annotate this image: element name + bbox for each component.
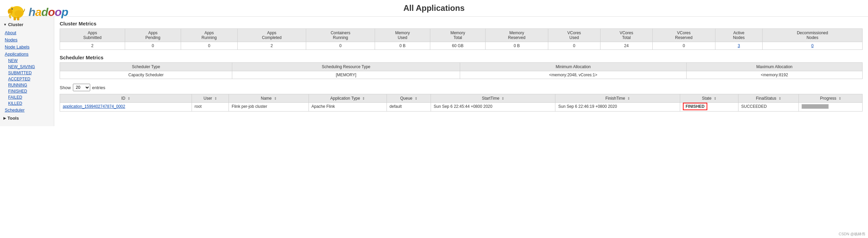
val-active-nodes: 3 bbox=[715, 42, 763, 50]
val-maximum-allocation: <memory:8192 bbox=[686, 71, 862, 79]
col-application-type[interactable]: Application Type ⇕ bbox=[309, 94, 387, 103]
col-active-nodes: ActiveNodes bbox=[715, 29, 763, 42]
sidebar-item-applications[interactable]: Applications bbox=[0, 51, 54, 58]
cell-id: application_1599402747874_0002 bbox=[60, 103, 192, 112]
col-finish-time[interactable]: FinishTime ⇕ bbox=[555, 94, 680, 103]
col-memory-total: MemoryTotal bbox=[430, 29, 486, 42]
progress-bar-container bbox=[802, 104, 829, 109]
sidebar-item-failed[interactable]: FAILED bbox=[0, 94, 54, 100]
finish-time-sort-icon: ⇕ bbox=[627, 97, 630, 100]
entries-label: entries bbox=[92, 85, 105, 90]
val-memory-reserved: 0 B bbox=[486, 42, 548, 50]
active-nodes-link[interactable]: 3 bbox=[738, 43, 740, 48]
val-scheduler-type: Capacity Scheduler bbox=[60, 71, 232, 79]
cluster-triangle-icon: ▼ bbox=[3, 23, 7, 26]
sidebar-item-scheduler[interactable]: Scheduler bbox=[0, 106, 54, 114]
header: hadoop All Applications bbox=[0, 0, 868, 17]
col-queue[interactable]: Queue ⇕ bbox=[387, 94, 431, 103]
progress-bar-fill bbox=[802, 104, 828, 108]
col-state[interactable]: State ⇕ bbox=[680, 94, 738, 103]
state-badge: FINISHED bbox=[683, 103, 707, 110]
col-user[interactable]: User ⇕ bbox=[192, 94, 229, 103]
col-vcores-used: VCoresUsed bbox=[548, 29, 600, 42]
col-memory-reserved: MemoryReserved bbox=[486, 29, 548, 42]
sidebar-item-submitted[interactable]: SUBMITTED bbox=[0, 70, 54, 76]
hadoop-wordmark: hadoop bbox=[28, 5, 68, 19]
val-apps-running: 0 bbox=[181, 42, 237, 50]
metrics-header-row: AppsSubmitted AppsPending AppsRunning Ap… bbox=[60, 29, 863, 42]
progress-sort-icon: ⇕ bbox=[839, 97, 841, 100]
val-vcores-total: 24 bbox=[600, 42, 652, 50]
col-decommissioned-nodes: DecommissionedNodes bbox=[763, 29, 863, 42]
cluster-metrics-title: Cluster Metrics bbox=[60, 21, 863, 26]
val-apps-submitted: 2 bbox=[60, 42, 125, 50]
col-progress[interactable]: Progress ⇕ bbox=[799, 94, 863, 103]
val-containers-running: 0 bbox=[306, 42, 375, 50]
scheduler-header-row: Scheduler Type Scheduling Resource Type … bbox=[60, 63, 863, 71]
entries-select[interactable]: 10 20 25 50 100 bbox=[73, 84, 90, 91]
app-id-link[interactable]: application_1599402747874_0002 bbox=[63, 104, 125, 109]
metrics-data-row: 2 0 0 2 0 0 B 60 GB 0 B 0 24 0 3 0 bbox=[60, 42, 863, 50]
sidebar-item-nodes[interactable]: Nodes bbox=[0, 36, 54, 43]
applications-table: ID ⇕ User ⇕ Name ⇕ Application Type ⇕ Qu… bbox=[60, 94, 863, 112]
col-scheduling-resource-type: Scheduling Resource Type bbox=[232, 63, 460, 71]
cell-name: Flink per-job cluster bbox=[229, 103, 309, 112]
cell-finish-time: Sun Sep 6 22:46:19 +0800 2020 bbox=[555, 103, 680, 112]
col-containers-running: ContainersRunning bbox=[306, 29, 375, 42]
svg-rect-6 bbox=[14, 17, 16, 20]
svg-point-5 bbox=[12, 8, 13, 9]
cell-final-status: SUCCEEDED bbox=[738, 103, 798, 112]
sidebar-item-running[interactable]: RUNNING bbox=[0, 82, 54, 88]
cell-state: FINISHED bbox=[680, 103, 738, 112]
show-label: Show bbox=[60, 85, 71, 90]
col-apps-completed: AppsCompleted bbox=[237, 29, 306, 42]
col-apps-pending: AppsPending bbox=[125, 29, 181, 42]
col-apps-running: AppsRunning bbox=[181, 29, 237, 42]
sidebar-item-finished[interactable]: FINISHED bbox=[0, 88, 54, 94]
start-time-sort-icon: ⇕ bbox=[501, 97, 504, 100]
cell-user: root bbox=[192, 103, 229, 112]
svg-point-8 bbox=[15, 10, 23, 17]
svg-rect-7 bbox=[17, 17, 19, 20]
content: Cluster Metrics AppsSubmitted AppsPendin… bbox=[54, 17, 868, 126]
sidebar-item-node-labels[interactable]: Node Labels bbox=[0, 43, 54, 51]
col-name[interactable]: Name ⇕ bbox=[229, 94, 309, 103]
id-sort-icon: ⇕ bbox=[127, 97, 130, 100]
show-entries-control: Show 10 20 25 50 100 entries bbox=[60, 84, 863, 91]
cell-queue: default bbox=[387, 103, 431, 112]
val-minimum-allocation: <memory:2048, vCores:1> bbox=[460, 71, 687, 79]
col-maximum-allocation: Maximum Allocation bbox=[686, 63, 862, 71]
final-status-sort-icon: ⇕ bbox=[778, 97, 781, 100]
val-apps-completed: 2 bbox=[237, 42, 306, 50]
sidebar-item-killed[interactable]: KILLED bbox=[0, 100, 54, 106]
sidebar: ▼ Cluster About Nodes Node Labels Applic… bbox=[0, 17, 54, 126]
state-sort-icon: ⇕ bbox=[714, 97, 716, 100]
col-final-status[interactable]: FinalStatus ⇕ bbox=[738, 94, 798, 103]
sidebar-item-accepted[interactable]: ACCEPTED bbox=[0, 76, 54, 82]
col-memory-used: MemoryUsed bbox=[375, 29, 430, 42]
val-memory-used: 0 B bbox=[375, 42, 430, 50]
sidebar-tools-header[interactable]: ▶ Tools bbox=[0, 114, 54, 123]
cell-app-type: Apache Flink bbox=[309, 103, 387, 112]
col-id[interactable]: ID ⇕ bbox=[60, 94, 192, 103]
page-title: All Applications bbox=[403, 3, 465, 13]
app-type-sort-icon: ⇕ bbox=[362, 97, 365, 100]
col-start-time[interactable]: StartTime ⇕ bbox=[431, 94, 555, 103]
val-decommissioned-nodes: 0 bbox=[763, 42, 863, 50]
scheduler-data-row: Capacity Scheduler [MEMORY] <memory:2048… bbox=[60, 71, 863, 79]
main-layout: ▼ Cluster About Nodes Node Labels Applic… bbox=[0, 17, 868, 126]
sidebar-item-new-saving[interactable]: NEW_SAVING bbox=[0, 64, 54, 70]
cell-start-time: Sun Sep 6 22:45:44 +0800 2020 bbox=[431, 103, 555, 112]
col-scheduler-type: Scheduler Type bbox=[60, 63, 232, 71]
logo-area: hadoop bbox=[7, 3, 68, 21]
decommissioned-nodes-link[interactable]: 0 bbox=[811, 43, 814, 48]
sidebar-item-new[interactable]: NEW bbox=[0, 58, 54, 64]
scheduler-metrics-title: Scheduler Metrics bbox=[60, 55, 863, 60]
hadoop-logo: hadoop bbox=[7, 3, 68, 21]
sidebar-item-about[interactable]: About bbox=[0, 29, 54, 36]
cluster-label: Cluster bbox=[8, 22, 23, 27]
sidebar-cluster-header[interactable]: ▼ Cluster bbox=[0, 20, 54, 29]
scheduler-metrics-table: Scheduler Type Scheduling Resource Type … bbox=[60, 62, 863, 79]
svg-point-4 bbox=[12, 8, 13, 9]
cluster-metrics-table: AppsSubmitted AppsPending AppsRunning Ap… bbox=[60, 28, 863, 50]
